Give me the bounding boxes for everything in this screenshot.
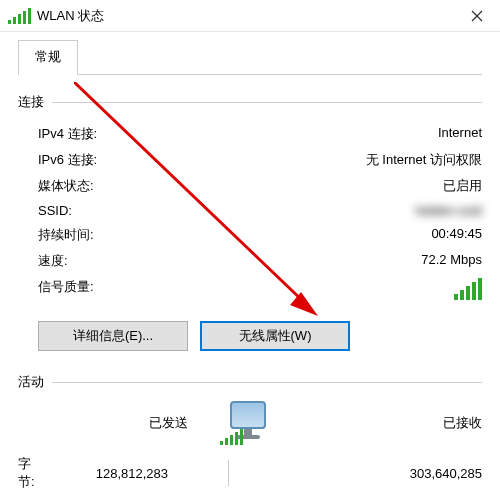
divider (228, 460, 229, 486)
duration-value: 00:49:45 (431, 226, 482, 244)
signal-label: 信号质量: (38, 278, 94, 303)
ipv4-label: IPv4 连接: (38, 125, 97, 143)
signal-value (454, 278, 482, 303)
ssid-label: SSID: (38, 203, 72, 218)
mini-signal-icon (220, 429, 243, 445)
speed-label: 速度: (38, 252, 68, 270)
sent-label: 已发送 (38, 414, 188, 432)
row-duration: 持续时间: 00:49:45 (18, 222, 482, 248)
row-ipv4: IPv4 连接: Internet (18, 121, 482, 147)
connection-header: 连接 (18, 93, 482, 111)
activity-header: 活动 (18, 373, 482, 391)
ipv6-value: 无 Internet 访问权限 (366, 151, 482, 169)
media-value: 已启用 (443, 177, 482, 195)
details-button[interactable]: 详细信息(E)... (38, 321, 188, 351)
row-ipv6: IPv6 连接: 无 Internet 访问权限 (18, 147, 482, 173)
connection-header-label: 连接 (18, 93, 44, 111)
row-media: 媒体状态: 已启用 (18, 173, 482, 199)
activity-section: 已发送 已接收 字节: 128,812,283 303,640,285 (18, 401, 482, 491)
ssid-value: hidden-ssid (416, 203, 483, 218)
wireless-properties-button[interactable]: 无线属性(W) (200, 321, 350, 351)
bytes-sent: 128,812,283 (18, 466, 168, 481)
computer-icon (220, 401, 276, 445)
close-button[interactable] (454, 0, 500, 31)
ipv4-value: Internet (438, 125, 482, 143)
media-label: 媒体状态: (38, 177, 94, 195)
window-title: WLAN 状态 (37, 7, 454, 25)
tab-general[interactable]: 常规 (18, 40, 78, 75)
bytes-received: 303,640,285 (288, 466, 482, 481)
received-label: 已接收 (308, 414, 482, 432)
tab-row: 常规 (18, 40, 482, 75)
duration-label: 持续时间: (38, 226, 94, 244)
row-ssid: SSID: hidden-ssid (18, 199, 482, 222)
titlebar: WLAN 状态 (0, 0, 500, 32)
wifi-icon (8, 8, 31, 24)
ipv6-label: IPv6 连接: (38, 151, 97, 169)
row-speed: 速度: 72.2 Mbps (18, 248, 482, 274)
activity-header-label: 活动 (18, 373, 44, 391)
button-row: 详细信息(E)... 无线属性(W) (18, 321, 482, 351)
content: 常规 连接 IPv4 连接: Internet IPv6 连接: 无 Inter… (0, 32, 500, 491)
signal-bars-icon (454, 278, 482, 300)
row-signal: 信号质量: (18, 274, 482, 307)
speed-value: 72.2 Mbps (421, 252, 482, 270)
